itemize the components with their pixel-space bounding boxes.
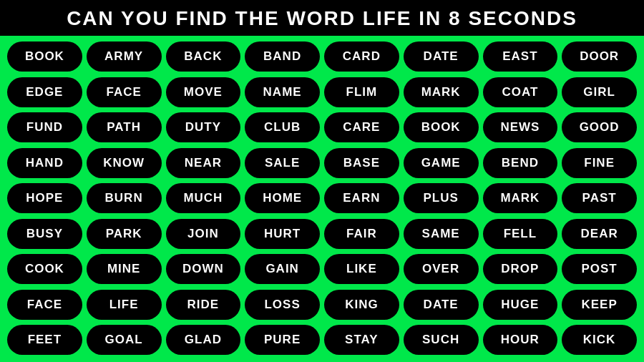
word-pill: FUND xyxy=(7,112,82,142)
word-pill: OVER xyxy=(404,254,479,284)
word-pill: FELL xyxy=(483,219,558,249)
word-pill: MARK xyxy=(483,183,558,213)
word-pill: MARK xyxy=(404,77,479,107)
word-pill: DOWN xyxy=(166,254,241,284)
word-pill: STAY xyxy=(324,325,399,355)
word-pill: RIDE xyxy=(166,290,241,320)
word-pill: GIRL xyxy=(562,77,637,107)
word-pill: EDGE xyxy=(7,77,82,107)
word-pill: BURN xyxy=(87,183,162,213)
word-pill: NAME xyxy=(245,77,320,107)
word-grid: BOOKARMYBACKBANDCARDDATEEASTDOOREDGEFACE… xyxy=(0,36,644,362)
word-pill: DATE xyxy=(404,41,479,72)
word-pill: PATH xyxy=(87,112,162,142)
word-pill: SALE xyxy=(245,148,320,178)
word-pill: FACE xyxy=(7,290,82,320)
word-pill: JOIN xyxy=(166,219,241,249)
word-pill: DROP xyxy=(483,254,558,284)
word-pill: HUGE xyxy=(483,290,558,320)
word-pill: MINE xyxy=(87,254,162,284)
word-pill: GOAL xyxy=(87,325,162,355)
word-pill: DOOR xyxy=(562,41,637,72)
word-pill: BEND xyxy=(483,148,558,178)
word-pill: KICK xyxy=(562,325,637,355)
word-pill: BAND xyxy=(245,41,320,72)
word-pill: DEAR xyxy=(562,219,637,249)
word-pill: CARE xyxy=(324,112,399,142)
word-pill: DATE xyxy=(404,290,479,320)
word-pill: EAST xyxy=(483,41,558,72)
word-pill: SUCH xyxy=(404,325,479,355)
word-pill: FEET xyxy=(7,325,82,355)
word-pill: NEWS xyxy=(483,112,558,142)
word-pill: PAST xyxy=(562,183,637,213)
word-pill: MUCH xyxy=(166,183,241,213)
word-pill: NEAR xyxy=(166,148,241,178)
word-pill: LOSS xyxy=(245,290,320,320)
word-pill: BOOK xyxy=(404,112,479,142)
word-pill: KNOW xyxy=(87,148,162,178)
word-pill: COOK xyxy=(7,254,82,284)
word-pill: PURE xyxy=(245,325,320,355)
word-pill: FAIR xyxy=(324,219,399,249)
word-pill: CARD xyxy=(324,41,399,72)
word-pill: KEEP xyxy=(562,290,637,320)
title-bar: CAN YOU FIND THE WORD LIFE IN 8 SECONDS xyxy=(0,0,644,36)
word-pill: HAND xyxy=(7,148,82,178)
word-pill: ARMY xyxy=(87,41,162,72)
word-pill: FINE xyxy=(562,148,637,178)
word-pill: CLUB xyxy=(245,112,320,142)
word-pill: HOME xyxy=(245,183,320,213)
word-pill: FLIM xyxy=(324,77,399,107)
word-pill: BOOK xyxy=(7,41,82,72)
word-pill: HURT xyxy=(245,219,320,249)
word-pill: FACE xyxy=(87,77,162,107)
word-pill: BACK xyxy=(166,41,241,72)
word-pill: GOOD xyxy=(562,112,637,142)
word-pill: COAT xyxy=(483,77,558,107)
word-pill: LIFE xyxy=(87,290,162,320)
word-pill: DUTY xyxy=(166,112,241,142)
word-pill: BASE xyxy=(324,148,399,178)
word-pill: EARN xyxy=(324,183,399,213)
word-pill: HOPE xyxy=(7,183,82,213)
word-pill: PLUS xyxy=(404,183,479,213)
word-pill: POST xyxy=(562,254,637,284)
word-pill: GLAD xyxy=(166,325,241,355)
word-pill: LIKE xyxy=(324,254,399,284)
word-pill: HOUR xyxy=(483,325,558,355)
word-pill: MOVE xyxy=(166,77,241,107)
word-pill: KING xyxy=(324,290,399,320)
word-pill: SAME xyxy=(404,219,479,249)
word-pill: GAIN xyxy=(245,254,320,284)
word-pill: BUSY xyxy=(7,219,82,249)
word-pill: GAME xyxy=(404,148,479,178)
word-pill: PARK xyxy=(87,219,162,249)
puzzle-title: CAN YOU FIND THE WORD LIFE IN 8 SECONDS xyxy=(0,7,644,30)
